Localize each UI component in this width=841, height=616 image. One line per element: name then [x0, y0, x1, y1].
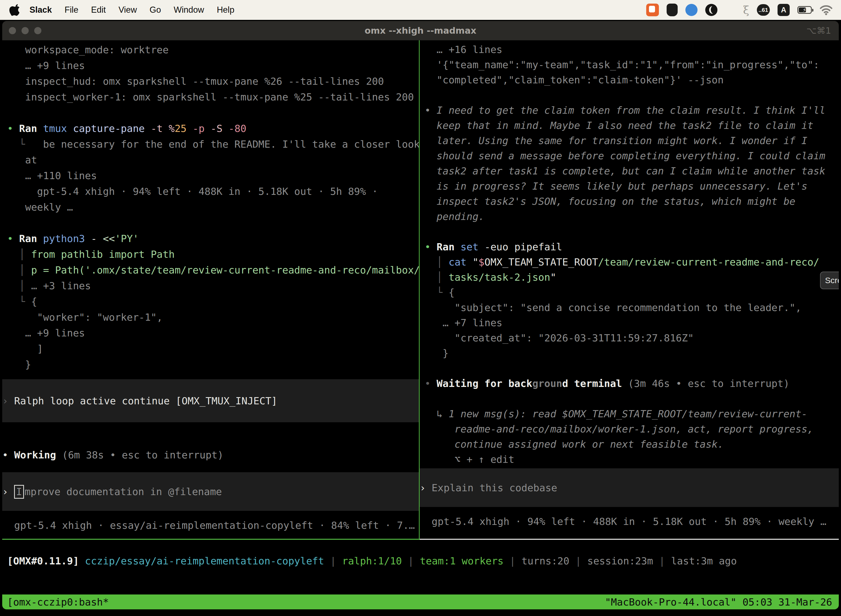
terminal-line: • Ran python3 - <<'PY' — [7, 231, 419, 246]
window-titlebar: omx --xhigh --madmax ⌥⌘1 — [2, 21, 839, 40]
terminal-line: └ { — [7, 294, 419, 309]
left-terminal-pane[interactable]: workspace_mode: worktree … +9 lines insp… — [2, 40, 419, 539]
terminal-line — [425, 224, 839, 239]
terminal-window: workspace_mode: worktree … +9 lines insp… — [2, 40, 839, 609]
left-prompt-box[interactable]: › Improve documentation in @filename — [2, 472, 419, 511]
terminal-line: "completed","claim_token":"claim-token"}… — [425, 72, 839, 88]
terminal-line: at — [7, 152, 419, 168]
left-prompt-input: › Improve documentation in @filename — [2, 484, 222, 500]
apple-menu-icon[interactable] — [9, 4, 19, 16]
input-source-icon[interactable]: A — [778, 4, 790, 16]
working-status: • Working (6m 38s • esc to interrupt) — [2, 447, 419, 463]
terminal-line: • Ran set -euo pipefail — [425, 239, 839, 254]
terminal-line: inspect_hud: omx sparkshell --tmux-pane … — [7, 73, 419, 89]
battery-icon[interactable]: ⚡ — [797, 6, 812, 14]
terminal-line: … +16 lines — [425, 42, 839, 57]
shield-grid-icon[interactable] — [667, 4, 678, 16]
menu-item-file[interactable]: File — [58, 5, 85, 15]
right-prompt-input: › Explain this codebase — [420, 480, 557, 496]
terminal-line — [425, 361, 839, 376]
right-transcript: … +16 lines '{"team_name":"my-team","tas… — [420, 40, 839, 468]
left-transcript: workspace_mode: worktree … +9 lines insp… — [2, 40, 419, 379]
horizontal-divider — [2, 539, 839, 540]
right-prompt-box[interactable]: › Explain this codebase — [420, 468, 839, 507]
terminal-line: │ p = Path('.omx/state/team/review-curre… — [7, 262, 419, 278]
terminal-line — [425, 391, 839, 406]
omx-statusline: [OMX#0.11.9] cczip/essay/ai-reimplementa… — [2, 540, 839, 594]
chat-app-icon[interactable] — [646, 4, 659, 16]
terminal-line: │ cat "$OMX_TEAM_STATE_ROOT/team/review-… — [425, 254, 839, 270]
terminal-line: └ be necessary for the end of the README… — [7, 136, 419, 152]
terminal-line: └ { — [425, 285, 839, 300]
terminal-line: '{"team_name":"my-team","task_id":"1","f… — [425, 57, 839, 72]
terminal-line: • Waiting for background terminal (3m 46… — [425, 376, 839, 391]
right-terminal-pane[interactable]: … +16 lines '{"team_name":"my-team","tas… — [420, 40, 839, 539]
terminal-line: ↳ 1 new msg(s): read $OMX_TEAM_STATE_ROO… — [425, 406, 839, 421]
crescent-circle-icon[interactable] — [705, 4, 717, 16]
menu-item-view[interactable]: View — [112, 5, 143, 15]
terminal-line: continue assigned work or next feasible … — [425, 437, 839, 452]
terminal-line: │ tasks/task-2.json" — [425, 270, 839, 285]
terminal-line: │ from pathlib import Path — [7, 246, 419, 262]
tmux-host-clock: "MacBook-Pro-44.local" 05:03 31-Mar-26 — [605, 596, 832, 608]
terminal-line: later. Using the same for transition mig… — [425, 133, 839, 148]
window-title: omx --xhigh --madmax — [2, 25, 839, 36]
status-tray: ξ..61A⚡ — [646, 4, 833, 16]
terminal-line: ] — [7, 341, 419, 356]
menu-item-help[interactable]: Help — [211, 5, 241, 15]
terminal-line: │ … +3 lines — [7, 278, 419, 294]
menu-item-go[interactable]: Go — [143, 5, 167, 15]
terminal-line: task2 after task1 is complete, but can I… — [425, 163, 839, 179]
terminal-line: keep that in mind. Maybe I also need the… — [425, 118, 839, 133]
menu-item-slack[interactable]: Slack — [23, 5, 58, 15]
terminal-line — [7, 215, 419, 231]
terminal-line: weekly … — [7, 199, 419, 215]
terminal-line: … +7 lines — [425, 315, 839, 330]
menu-item-window[interactable]: Window — [167, 5, 210, 15]
terminal-line: is in progress? It seems likely but perh… — [425, 179, 839, 194]
terminal-line: gpt-5.4 xhigh · 94% left · 488K in · 5.1… — [7, 183, 419, 199]
tmux-session-label: [omx-cczip0:bash* — [7, 596, 109, 608]
terminal-line: "created_at": "2026-03-31T11:59:27.816Z" — [425, 330, 839, 346]
terminal-line: … +9 lines — [7, 325, 419, 341]
dots-grid-icon[interactable] — [725, 4, 736, 16]
terminal-line — [7, 105, 419, 120]
terminal-line: inspect_worker-1: omx sparkshell --tmux-… — [7, 89, 419, 105]
left-model-statusline: gpt-5.4 xhigh · essay/ai-reimplementatio… — [2, 518, 419, 533]
menu-item-edit[interactable]: Edit — [85, 5, 112, 15]
screen-tooltip-popup: Scre — [820, 271, 839, 289]
terminal-line: ⌥ + ↑ edit — [425, 452, 839, 467]
inject-banner: › Ralph loop active continue [OMX_TMUX_I… — [2, 379, 419, 422]
terminal-line: • I need to get the claim token from the… — [425, 103, 839, 118]
terminal-line: readme-and-reco/mailbox/worker-1.json, a… — [425, 421, 839, 437]
terminal-line — [425, 88, 839, 103]
right-model-statusline: gpt-5.4 xhigh · 94% left · 488K in · 5.1… — [420, 513, 839, 529]
terminal-line: inspect task2's JSON, focusing on the st… — [425, 194, 839, 209]
terminal-line: • Ran tmux capture-pane -t %25 -p -S -80 — [7, 120, 419, 136]
menu-items: SlackFileEditViewGoWindowHelp — [23, 5, 240, 15]
terminal-line: } — [7, 356, 419, 372]
tmux-status-bar[interactable]: [omx-cczip0:bash* "MacBook-Pro-44.local"… — [2, 594, 839, 609]
menu-bar: SlackFileEditViewGoWindowHelp ξ..61A⚡ — [0, 0, 841, 20]
wifi-icon[interactable] — [819, 4, 833, 16]
terminal-line: … +9 lines — [7, 58, 419, 73]
text-cursor: I — [14, 485, 24, 499]
bolt-circle-icon[interactable] — [686, 4, 697, 16]
terminal-line: workspace_mode: worktree — [7, 42, 419, 58]
terminal-line: "subject": "send a concise recommendatio… — [425, 300, 839, 315]
terminal-line: } — [425, 346, 839, 361]
terminal-line: pending. — [425, 209, 839, 224]
terminal-line: should send a message before completing … — [425, 148, 839, 163]
badge-61-icon[interactable]: ..61 — [757, 4, 770, 16]
terminal-line: "worker": "worker-1", — [7, 309, 419, 325]
dragon-icon[interactable]: ξ — [743, 4, 749, 16]
terminal-line: … +110 lines — [7, 168, 419, 183]
